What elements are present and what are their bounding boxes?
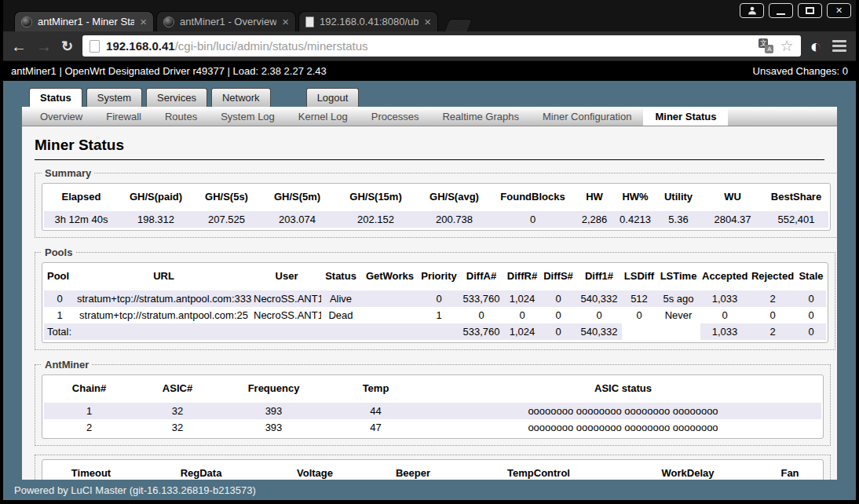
back-button[interactable]: ← — [11, 38, 27, 54]
profile-button[interactable] — [740, 3, 764, 18]
table-cell — [321, 323, 360, 340]
subtab-miner-configuration[interactable]: Miner Configuration — [531, 107, 643, 126]
table-row: 13239344oooooooo oooooooo oooooooo ooooo… — [44, 403, 821, 419]
column-header: Beeper — [366, 462, 460, 480]
table-cell: 0 — [492, 211, 574, 228]
window-controls: ✕ — [740, 3, 851, 18]
table-cell: 533,760 — [459, 290, 504, 307]
tab-network[interactable]: Network — [211, 88, 271, 107]
new-tab-button[interactable] — [444, 19, 473, 31]
table-cell: 5.36 — [656, 211, 701, 228]
table-cell: 0 — [576, 307, 622, 323]
tab-close-icon[interactable]: × — [424, 16, 431, 27]
minimize-button[interactable] — [769, 3, 793, 18]
subtab-firewall[interactable]: Firewall — [94, 107, 153, 126]
table-cell: 0 — [540, 323, 576, 340]
tab-title: 192.168.0.41:8080/ub — [320, 16, 419, 27]
contrast-icon[interactable]: ◐ — [810, 37, 822, 56]
subtab-realtime-graphs[interactable]: Realtime Graphs — [430, 107, 531, 126]
table-row: 0stratum+tcp://stratum.antpool.com:3333N… — [44, 290, 826, 307]
antminer-section: AntMiner Chain#ASIC#FrequencyTempASIC st… — [35, 359, 831, 446]
table-cell: stratum+tcp://stratum.antpool.com:3333 — [75, 290, 252, 307]
table-cell — [360, 290, 419, 307]
tab-system[interactable]: System — [86, 88, 142, 107]
table-cell — [419, 323, 459, 340]
forward-button[interactable]: → — [36, 38, 52, 54]
table-cell — [252, 323, 321, 340]
pools-section: Pools PoolURLUserStatusGetWorksPriorityD… — [35, 247, 835, 350]
tab-services[interactable]: Services — [146, 88, 207, 107]
table-cell: NecroSS.ANT1 — [252, 290, 321, 307]
table-cell: 2,286 — [574, 211, 615, 228]
table-cell: NecroSS.ANT1 — [252, 307, 321, 323]
column-header: Utility — [656, 186, 701, 211]
table-cell: 0 — [44, 290, 75, 307]
tab-status[interactable]: Status — [29, 88, 82, 107]
table-cell — [75, 323, 252, 340]
column-header: User — [252, 265, 321, 290]
translate-icon[interactable]: 文 A — [758, 38, 773, 53]
subtab-processes[interactable]: Processes — [360, 107, 431, 126]
antminer-table: Chain#ASIC#FrequencyTempASIC status13239… — [44, 378, 821, 436]
reload-button[interactable]: ↻ — [61, 39, 73, 53]
column-header: Diff1# — [576, 265, 622, 290]
maximize-icon — [806, 7, 814, 14]
column-header: DiffR# — [504, 265, 540, 290]
column-header: TempControl — [460, 462, 617, 480]
tab-close-icon[interactable]: × — [140, 16, 147, 27]
url-bar[interactable]: 192.168.0.41/cgi-bin/luci/admin/status/m… — [82, 35, 800, 57]
close-button[interactable]: ✕ — [827, 3, 851, 18]
bookmark-star-icon[interactable]: ☆ — [780, 38, 793, 53]
browser-titlebar: antMiner1 - Miner Statu × antMiner1 - Ov… — [3, 0, 856, 31]
table-cell: 1 — [419, 307, 459, 323]
person-icon — [747, 5, 758, 16]
browser-tab-overview[interactable]: antMiner1 - Overview - × — [156, 11, 296, 31]
table-row: Total:533,7601,0240540,3321,03320 — [44, 323, 826, 340]
subtab-overview[interactable]: Overview — [28, 107, 94, 126]
table-cell: oooooooo oooooooo oooooooo oooooooo — [425, 403, 821, 419]
table-cell: 0 — [540, 307, 576, 323]
column-header: Chain# — [44, 378, 134, 403]
table-row: 23239347oooooooo oooooooo oooooooo ooooo… — [44, 419, 821, 436]
menu-icon[interactable] — [831, 38, 848, 53]
tab-logout[interactable]: Logout — [306, 88, 360, 107]
table-cell: 44 — [327, 403, 425, 419]
table-cell: 1,033 — [700, 290, 749, 307]
subtab-routes[interactable]: Routes — [153, 107, 209, 126]
unsaved-changes[interactable]: Unsaved Changes: 0 — [753, 65, 848, 77]
table-header-row: PoolURLUserStatusGetWorksPriorityDiffA#D… — [44, 265, 826, 290]
column-header: LSDiff — [622, 265, 656, 290]
table-cell: 0.4213 — [615, 211, 656, 228]
table-cell: 198.312 — [119, 211, 193, 228]
table-cell: 1,024 — [504, 290, 540, 307]
browser-tab-miner-status[interactable]: antMiner1 - Miner Statu × — [14, 11, 154, 31]
column-header: GH/S(5m) — [260, 186, 334, 211]
table-cell: oooooooo oooooooo oooooooo oooooooo — [425, 419, 821, 436]
table-row: 1stratum+tcp://stratum.antpool.com:25Nec… — [44, 307, 826, 323]
pools-legend: Pools — [42, 247, 75, 258]
config-table-wrap: TimeoutRegDataVoltageBeeperTempControlWo… — [42, 459, 824, 480]
browser-tab-8080[interactable]: 192.168.0.41:8080/ub × — [298, 11, 438, 31]
browser-window: antMiner1 - Miner Statu × antMiner1 - Ov… — [0, 0, 859, 504]
summary-section: Summary ElapsedGH/S(paid)GH/S(5s)GH/S(5m… — [35, 167, 837, 238]
column-header: GH/S(avg) — [417, 186, 492, 211]
tab-strip: antMiner1 - Miner Statu × antMiner1 - Ov… — [14, 11, 470, 31]
table-cell: 0 — [796, 290, 826, 307]
miner-config-section: TimeoutRegDataVoltageBeeperTempControlWo… — [35, 455, 831, 480]
table-cell: 2 — [44, 419, 134, 436]
subtab-system-log[interactable]: System Log — [209, 107, 287, 126]
tab-close-icon[interactable]: × — [282, 16, 289, 27]
footer-text: Powered by LuCI Master (git-16.133.26819… — [14, 484, 256, 496]
browser-toolbar: ← → ↻ 192.168.0.41/cgi-bin/luci/admin/st… — [3, 31, 856, 61]
table-cell: 1,033 — [700, 323, 749, 340]
column-header: GH/S(15m) — [334, 186, 417, 211]
column-header: RegData — [138, 462, 264, 480]
column-header: WorkDelay — [617, 462, 758, 480]
table-cell: 203.074 — [260, 211, 334, 228]
summary-legend: Summary — [42, 167, 94, 179]
subtab-miner-status[interactable]: Miner Status — [643, 107, 728, 126]
luci-favicon-icon — [163, 16, 174, 27]
maximize-button[interactable] — [798, 3, 822, 18]
subtab-kernel-log[interactable]: Kernel Log — [287, 107, 360, 126]
table-cell: 2 — [749, 290, 796, 307]
